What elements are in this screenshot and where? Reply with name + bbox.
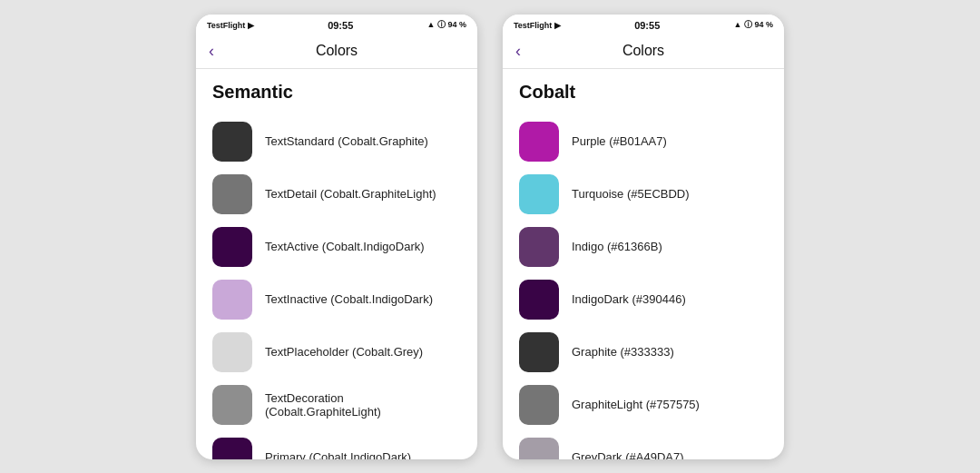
back-button-1[interactable]: ‹ <box>209 42 214 61</box>
color-swatch-grey-dark <box>519 438 559 459</box>
status-time-2: 09:55 <box>634 20 660 31</box>
color-item-graphite-light[interactable]: GraphiteLight (#757575) <box>519 379 768 431</box>
color-swatch-text-standard <box>212 122 252 162</box>
color-label-text-active: TextActive (Cobalt.IndigoDark) <box>265 240 425 253</box>
phone-1: TestFlight ▶ 09:55 ▲ ⓘ 94 % ‹ Colors Sem… <box>196 15 477 459</box>
color-swatch-text-inactive <box>212 280 252 320</box>
color-swatch-text-detail <box>212 174 252 214</box>
back-button-2[interactable]: ‹ <box>515 42 521 61</box>
color-item-turquoise[interactable]: Turquoise (#5ECBDD) <box>519 168 768 221</box>
nav-bar-1: ‹ Colors <box>196 34 477 69</box>
section-title-2: Cobalt <box>519 82 768 103</box>
color-label-indigo: Indigo (#61366B) <box>572 240 662 253</box>
color-label-grey-dark: GreyDark (#A49DA7) <box>572 450 684 459</box>
color-swatch-primary <box>212 438 252 459</box>
nav-title-2: Colors <box>622 43 664 59</box>
color-list-1: TextStandard (Cobalt.Graphite) TextDetai… <box>212 115 461 459</box>
color-label-indigo-dark: IndigoDark (#390446) <box>572 292 686 306</box>
phone-2: TestFlight ▶ 09:55 ▲ ⓘ 94 % ‹ Colors Cob… <box>503 15 784 459</box>
color-item-text-inactive[interactable]: TextInactive (Cobalt.IndigoDark) <box>212 273 461 326</box>
color-item-primary[interactable]: Primary (Cobalt.IndigoDark) <box>212 431 461 459</box>
color-label-text-standard: TextStandard (Cobalt.Graphite) <box>265 134 428 148</box>
color-item-text-decoration[interactable]: TextDecoration (Cobalt.GraphiteLight) <box>212 379 461 431</box>
status-time-1: 09:55 <box>328 20 353 31</box>
nav-bar-2: ‹ Colors <box>503 34 784 69</box>
color-swatch-indigo <box>519 227 559 267</box>
color-item-graphite[interactable]: Graphite (#333333) <box>519 326 768 379</box>
color-label-text-inactive: TextInactive (Cobalt.IndigoDark) <box>265 292 433 306</box>
content-2: Cobalt Purple (#B01AA7) Turquoise (#5ECB… <box>503 69 784 459</box>
status-left-1: TestFlight ▶ <box>207 21 254 30</box>
status-bar-1: TestFlight ▶ 09:55 ▲ ⓘ 94 % <box>196 15 477 34</box>
color-swatch-text-active <box>212 227 252 267</box>
color-item-grey-dark[interactable]: GreyDark (#A49DA7) <box>519 431 768 459</box>
color-item-text-placeholder[interactable]: TextPlaceholder (Cobalt.Grey) <box>212 326 461 379</box>
color-item-text-standard[interactable]: TextStandard (Cobalt.Graphite) <box>212 115 461 168</box>
color-label-purple: Purple (#B01AA7) <box>572 134 667 148</box>
color-label-text-placeholder: TextPlaceholder (Cobalt.Grey) <box>265 345 423 359</box>
nav-title-1: Colors <box>316 43 358 59</box>
color-item-text-detail[interactable]: TextDetail (Cobalt.GraphiteLight) <box>212 168 461 221</box>
color-swatch-text-placeholder <box>212 332 252 372</box>
color-swatch-graphite-light <box>519 385 559 425</box>
color-item-purple[interactable]: Purple (#B01AA7) <box>519 115 768 168</box>
color-list-2: Purple (#B01AA7) Turquoise (#5ECBDD) Ind… <box>519 115 768 459</box>
color-item-indigo[interactable]: Indigo (#61366B) <box>519 221 768 273</box>
color-label-graphite: Graphite (#333333) <box>572 345 674 359</box>
content-1: Semantic TextStandard (Cobalt.Graphite) … <box>196 69 477 459</box>
color-swatch-text-decoration <box>212 385 252 425</box>
color-item-text-active[interactable]: TextActive (Cobalt.IndigoDark) <box>212 221 461 273</box>
status-left-2: TestFlight ▶ <box>514 21 561 30</box>
status-right-1: ▲ ⓘ 94 % <box>427 19 466 31</box>
section-title-1: Semantic <box>212 82 461 103</box>
color-label-text-decoration: TextDecoration (Cobalt.GraphiteLight) <box>265 391 461 419</box>
phones-container: TestFlight ▶ 09:55 ▲ ⓘ 94 % ‹ Colors Sem… <box>196 15 784 459</box>
status-right-2: ▲ ⓘ 94 % <box>734 19 773 31</box>
color-label-text-detail: TextDetail (Cobalt.GraphiteLight) <box>265 187 436 201</box>
status-bar-2: TestFlight ▶ 09:55 ▲ ⓘ 94 % <box>503 15 784 34</box>
color-label-graphite-light: GraphiteLight (#757575) <box>572 398 700 411</box>
color-label-primary: Primary (Cobalt.IndigoDark) <box>265 450 411 459</box>
color-item-indigo-dark[interactable]: IndigoDark (#390446) <box>519 273 768 326</box>
color-swatch-turquoise <box>519 174 559 214</box>
color-swatch-purple <box>519 122 559 162</box>
color-label-turquoise: Turquoise (#5ECBDD) <box>572 187 690 201</box>
color-swatch-indigo-dark <box>519 280 559 320</box>
color-swatch-graphite <box>519 332 559 372</box>
